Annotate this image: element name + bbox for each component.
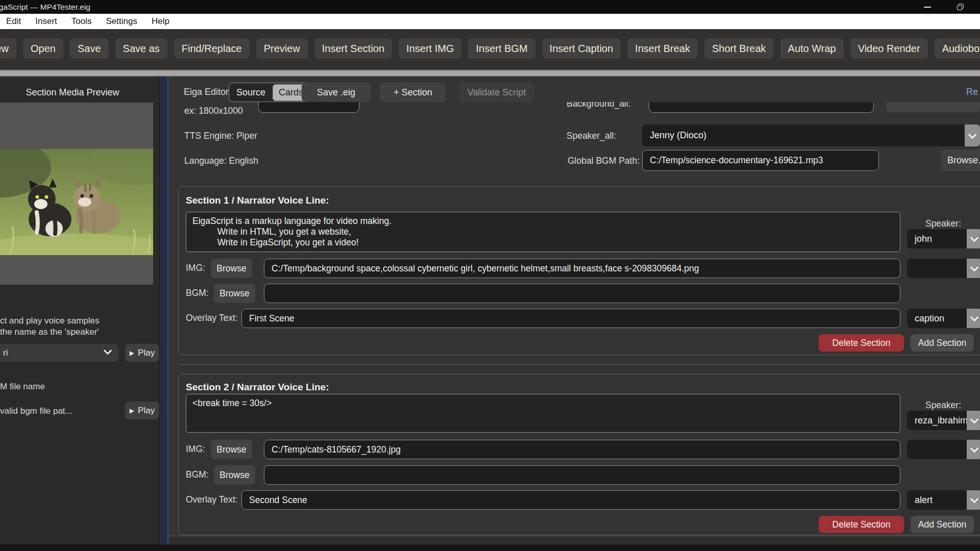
toolbar-button-auto-wrap[interactable]: Auto Wrap [780,39,844,59]
play-voice-button[interactable]: ▶ Play [125,344,159,362]
global-bgm-path-value: C:/Temp/science-documentary-169621.mp3 [650,155,823,166]
overlay-text-label: Overlay Text: [186,313,238,323]
section-2-voice-textarea[interactable]: <break time = 30s/> [186,394,900,433]
voice-select[interactable]: ri [0,344,119,362]
play-bgm-label: Play [138,406,155,416]
chevron-down-icon[interactable] [965,124,980,146]
toolbar-button-insert-bgm[interactable]: Insert BGM [468,39,535,59]
section-divider [178,364,980,365]
title-bar: EigaScript — MP4Tester.eig [0,0,980,14]
menu-item-insert[interactable]: Insert [35,16,57,27]
view-mode-tabs: Source Cards [229,83,311,102]
toolbar-button-insert-caption[interactable]: Insert Caption [542,39,621,59]
media-preview-panel [0,103,153,285]
chevron-down-icon[interactable] [967,309,980,328]
speaker-all-value: Jenny (Dioco) [642,124,965,146]
section-1-delete-button[interactable]: Delete Section [819,334,904,352]
toolbar-button-insert-img[interactable]: Insert IMG [399,39,461,59]
section-1-bgm-path-input[interactable] [264,284,900,303]
horizontal-scrollbar[interactable] [0,69,980,77]
section-1-overlay-style-value: caption [907,309,967,328]
render-link-partial[interactable]: Re [966,87,978,97]
toolbar-button-insert-section[interactable]: Insert Section [314,39,392,59]
img-label: IMG: [186,263,205,273]
toolbar-button-save-as[interactable]: Save as [115,39,167,59]
minimize-button[interactable] [917,0,938,14]
menu-item-settings[interactable]: Settings [106,16,137,27]
validate-script-button[interactable]: Validate Script [459,83,534,102]
toolbar-button-video-render[interactable]: Video Render [850,39,928,59]
menu-item-help[interactable]: Help [152,16,169,27]
tab-source[interactable]: Source [229,87,273,98]
section-2-overlay-style-value: alert [907,490,967,510]
chevron-down-icon[interactable] [967,490,980,510]
toolbar-button-preview[interactable]: Preview [256,39,308,59]
toolbar-button-insert-break[interactable]: Insert Break [627,39,698,59]
restore-button[interactable] [949,0,971,14]
section-1-bgm-browse-button[interactable]: Browse [214,284,255,303]
section-1-overlay-style-select[interactable]: caption [907,309,980,328]
play-bgm-button[interactable]: ▶ Play [125,402,159,419]
section-1-img-path-input[interactable]: C:/Temp/background space,colossal cybern… [264,259,900,278]
section-1-img-browse-button[interactable]: Browse [211,259,252,278]
background-all-input-fragment[interactable] [649,102,874,113]
chevron-down-icon[interactable] [967,229,980,248]
section-1-speaker-value: john [907,229,967,248]
section-2-overlay-style-select[interactable]: alert [907,490,980,510]
section-2-img-path-value: C:/Temp/cats-8105667_1920.jpg [272,444,401,455]
section-1-speaker-select[interactable]: john [907,229,980,248]
play-icon: ▶ [130,350,134,356]
voice-sample-hint-line1: ct and play voice samples [0,316,100,326]
sidebar-splitter[interactable] [159,77,168,551]
minimize-icon [924,7,931,8]
section-2-img-browse-button[interactable]: Browse [211,440,252,459]
tts-engine-label: TTS Engine: Piper [184,131,257,141]
toolbar-button-new[interactable]: New [0,39,16,59]
section-1-img-style-select[interactable] [907,259,980,278]
background-all-browse-fragment[interactable] [886,102,980,112]
save-eig-button[interactable]: Save .eig [302,83,371,102]
section-2-speaker-select[interactable]: reza_ibrahim [907,411,980,430]
toolbar-button-open[interactable]: Open [23,39,63,59]
toolbar-button-short-break[interactable]: Short Break [704,39,774,59]
sidebar-title: Section Media Preview [0,87,145,98]
section-2-bgm-path-input[interactable] [264,465,900,485]
img-label: IMG: [186,444,205,455]
chevron-down-icon[interactable] [967,411,980,430]
toolbar-button-audiobook-render[interactable]: Audiobook Render [935,39,980,59]
voice-sample-hint-line2: the name as the 'speaker' [0,327,99,337]
section-2-overlay-text-value: Second Scene [249,495,307,506]
add-section-top-button[interactable]: + Section [380,83,446,102]
section-2-delete-button[interactable]: Delete Section [819,516,904,533]
section-card-2: Section 2 / Narrator Voice Line: <break … [178,374,980,535]
section-2-speaker-value: reza_ibrahim [907,411,967,430]
voice-select-value: ri [3,348,8,358]
toolbar: New Open Save Save as Find/Replace Previ… [0,29,980,69]
speaker-label: Speaker: [921,400,961,411]
section-1-overlay-text-input[interactable]: First Scene [241,309,900,328]
section-2-add-button[interactable]: Add Section [911,516,974,533]
bgm-file-hint: M file name [0,382,45,392]
resolution-input-fragment[interactable] [258,102,359,113]
section-2-img-path-input[interactable]: C:/Temp/cats-8105667_1920.jpg [264,440,900,459]
section-1-add-button[interactable]: Add Section [911,334,974,352]
section-1-overlay-text-value: First Scene [249,313,295,324]
toolbar-button-save[interactable]: Save [70,39,109,59]
section-2-overlay-text-input[interactable]: Second Scene [241,490,900,510]
chevron-down-icon[interactable] [967,259,980,278]
speaker-all-select[interactable]: Jenny (Dioco) [642,124,980,146]
menu-item-tools[interactable]: Tools [71,16,92,27]
sidebar: Section Media Preview [0,77,159,551]
restore-icon [957,4,964,10]
section-2-bgm-browse-button[interactable]: Browse [214,465,255,485]
section-1-voice-textarea[interactable]: EigaScript is a markup language for vide… [186,212,900,252]
toolbar-button-find-replace[interactable]: Find/Replace [174,39,250,59]
menu-bar: Edit Insert Tools Settings Help [0,14,980,29]
menu-item-edit[interactable]: Edit [6,16,21,27]
global-bgm-path-label: Global BGM Path: [568,156,640,166]
editor-panel: Eiga Editor Source Cards Save .eig + Sec… [168,77,980,551]
chevron-down-icon[interactable] [967,440,980,459]
global-bgm-path-input[interactable]: C:/Temp/science-documentary-169621.mp3 [642,150,879,171]
global-bgm-browse-button[interactable]: Browse... [941,150,980,171]
section-2-img-style-select[interactable] [907,440,980,459]
